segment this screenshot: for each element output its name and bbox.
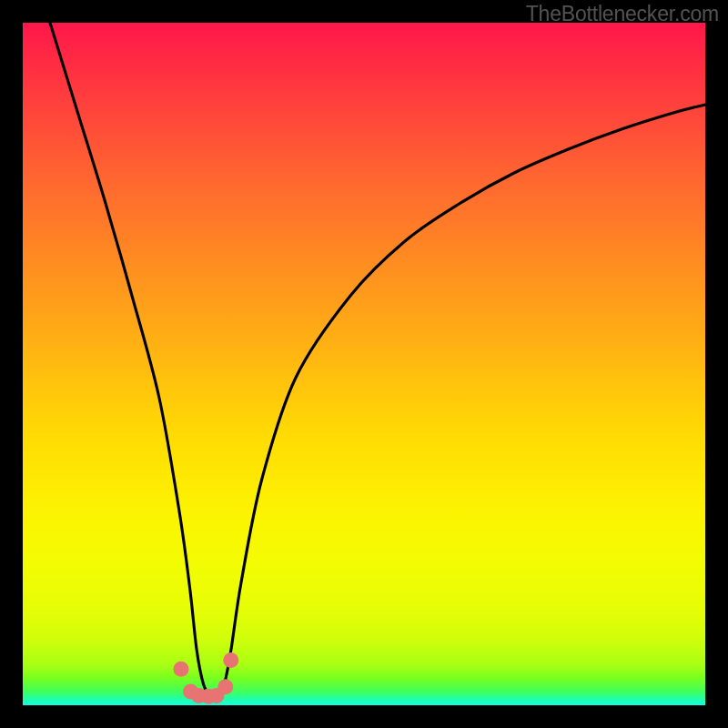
attribution-text: TheBottlenecker.com (526, 2, 719, 26)
highlight-dot (217, 679, 233, 694)
highlight-dots-group (174, 652, 239, 704)
chart-frame: TheBottlenecker.com (0, 0, 728, 728)
highlight-dot (174, 662, 189, 677)
curve-layer (23, 23, 705, 705)
highlight-dot (223, 652, 238, 668)
bottleneck-curve (50, 23, 705, 696)
